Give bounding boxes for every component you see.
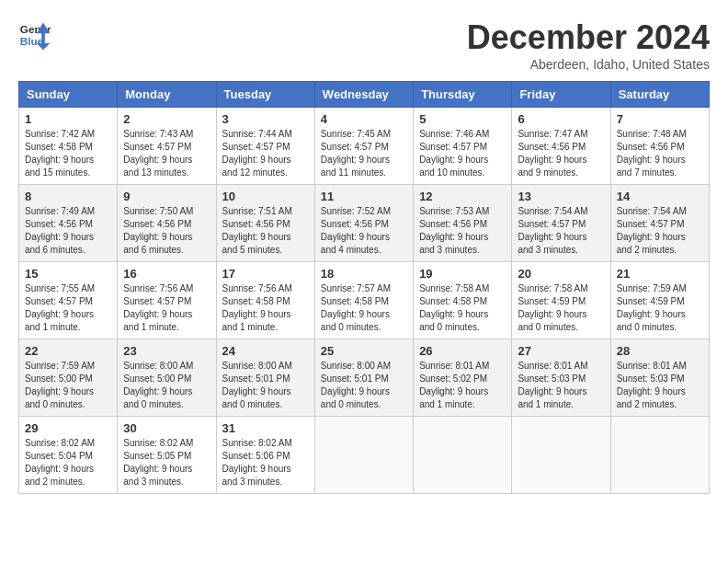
col-wednesday: Wednesday <box>314 82 413 108</box>
day-info: Sunrise: 7:59 AM Sunset: 5:00 PM Dayligh… <box>25 360 111 411</box>
day-info: Sunrise: 7:57 AM Sunset: 4:58 PM Dayligh… <box>321 282 407 334</box>
calendar-table: Sunday Monday Tuesday Wednesday Thursday… <box>18 81 710 494</box>
day-info: Sunrise: 7:43 AM Sunset: 4:57 PM Dayligh… <box>123 128 210 179</box>
week-row-5: 29 Sunrise: 8:02 AM Sunset: 5:04 PM Dayl… <box>19 417 710 494</box>
day-info: Sunrise: 7:45 AM Sunset: 4:57 PM Dayligh… <box>321 128 407 179</box>
day-number: 21 <box>617 267 703 281</box>
day-info: Sunrise: 7:55 AM Sunset: 4:57 PM Dayligh… <box>25 282 111 334</box>
day-info: Sunrise: 8:02 AM Sunset: 5:06 PM Dayligh… <box>222 437 309 488</box>
day-info: Sunrise: 7:59 AM Sunset: 4:59 PM Dayligh… <box>617 282 703 334</box>
day-number: 20 <box>518 267 604 281</box>
day-number: 18 <box>321 267 407 281</box>
day-number: 15 <box>25 267 111 281</box>
calendar-cell: 18 Sunrise: 7:57 AM Sunset: 4:58 PM Dayl… <box>314 262 413 339</box>
day-number: 12 <box>419 190 506 203</box>
day-info: Sunrise: 8:02 AM Sunset: 5:05 PM Dayligh… <box>123 437 210 488</box>
day-number: 19 <box>419 267 506 281</box>
day-number: 7 <box>617 112 703 126</box>
calendar-cell: 11 Sunrise: 7:52 AM Sunset: 4:56 PM Dayl… <box>314 185 413 262</box>
day-info: Sunrise: 7:47 AM Sunset: 4:56 PM Dayligh… <box>518 128 604 179</box>
day-info: Sunrise: 7:46 AM Sunset: 4:57 PM Dayligh… <box>419 128 506 179</box>
calendar-cell: 2 Sunrise: 7:43 AM Sunset: 4:57 PM Dayli… <box>118 108 216 185</box>
day-number: 11 <box>321 190 407 203</box>
day-info: Sunrise: 7:42 AM Sunset: 4:58 PM Dayligh… <box>25 128 111 179</box>
day-info: Sunrise: 7:48 AM Sunset: 4:56 PM Dayligh… <box>617 128 703 179</box>
calendar-cell: 12 Sunrise: 7:53 AM Sunset: 4:56 PM Dayl… <box>414 185 512 262</box>
page-title: December 2024 <box>467 18 710 57</box>
calendar-cell: 31 Sunrise: 8:02 AM Sunset: 5:06 PM Dayl… <box>216 417 314 494</box>
day-number: 17 <box>222 267 309 281</box>
calendar-cell: 14 Sunrise: 7:54 AM Sunset: 4:57 PM Dayl… <box>610 185 709 262</box>
day-number: 6 <box>518 112 604 126</box>
calendar-cell: 23 Sunrise: 8:00 AM Sunset: 5:00 PM Dayl… <box>118 339 216 417</box>
logo-icon: General Blue <box>18 18 51 52</box>
day-number: 2 <box>123 112 210 126</box>
week-row-4: 22 Sunrise: 7:59 AM Sunset: 5:00 PM Dayl… <box>19 339 710 417</box>
calendar-cell: 22 Sunrise: 7:59 AM Sunset: 5:00 PM Dayl… <box>19 339 118 417</box>
title-block: December 2024 Aberdeen, Idaho, United St… <box>467 18 710 72</box>
day-number: 28 <box>617 344 703 358</box>
day-info: Sunrise: 7:54 AM Sunset: 4:57 PM Dayligh… <box>617 205 703 257</box>
calendar-cell: 27 Sunrise: 8:01 AM Sunset: 5:03 PM Dayl… <box>512 339 610 417</box>
page-subtitle: Aberdeen, Idaho, United States <box>467 57 710 72</box>
col-sunday: Sunday <box>19 82 118 108</box>
calendar-cell: 9 Sunrise: 7:50 AM Sunset: 4:56 PM Dayli… <box>118 185 216 262</box>
day-info: Sunrise: 7:56 AM Sunset: 4:58 PM Dayligh… <box>222 282 309 334</box>
day-number: 3 <box>222 112 309 126</box>
calendar-cell: 13 Sunrise: 7:54 AM Sunset: 4:57 PM Dayl… <box>512 185 610 262</box>
day-number: 25 <box>321 344 407 358</box>
day-number: 24 <box>222 344 309 358</box>
page-header: General Blue December 2024 Aberdeen, Ida… <box>18 18 710 72</box>
day-info: Sunrise: 7:56 AM Sunset: 4:57 PM Dayligh… <box>123 282 210 334</box>
day-info: Sunrise: 8:01 AM Sunset: 5:02 PM Dayligh… <box>419 360 506 411</box>
day-number: 4 <box>321 112 407 126</box>
calendar-cell: 6 Sunrise: 7:47 AM Sunset: 4:56 PM Dayli… <box>512 108 610 185</box>
calendar-cell: 15 Sunrise: 7:55 AM Sunset: 4:57 PM Dayl… <box>19 262 118 339</box>
day-number: 16 <box>123 267 210 281</box>
day-info: Sunrise: 8:00 AM Sunset: 5:00 PM Dayligh… <box>123 360 210 411</box>
calendar-cell: 16 Sunrise: 7:56 AM Sunset: 4:57 PM Dayl… <box>118 262 216 339</box>
calendar-cell: 29 Sunrise: 8:02 AM Sunset: 5:04 PM Dayl… <box>19 417 118 494</box>
day-number: 23 <box>123 344 210 358</box>
day-info: Sunrise: 8:00 AM Sunset: 5:01 PM Dayligh… <box>321 360 407 411</box>
day-info: Sunrise: 8:01 AM Sunset: 5:03 PM Dayligh… <box>518 360 604 411</box>
calendar-cell: 25 Sunrise: 8:00 AM Sunset: 5:01 PM Dayl… <box>314 339 413 417</box>
calendar-cell <box>414 417 512 494</box>
calendar-cell: 8 Sunrise: 7:49 AM Sunset: 4:56 PM Dayli… <box>19 185 118 262</box>
day-number: 31 <box>222 421 309 435</box>
day-info: Sunrise: 8:02 AM Sunset: 5:04 PM Dayligh… <box>25 437 111 488</box>
logo: General Blue <box>18 18 51 52</box>
day-info: Sunrise: 7:49 AM Sunset: 4:56 PM Dayligh… <box>25 205 111 257</box>
day-info: Sunrise: 8:01 AM Sunset: 5:03 PM Dayligh… <box>617 360 703 411</box>
calendar-cell <box>610 417 709 494</box>
calendar-cell: 19 Sunrise: 7:58 AM Sunset: 4:58 PM Dayl… <box>414 262 512 339</box>
col-tuesday: Tuesday <box>216 82 314 108</box>
calendar-cell: 24 Sunrise: 8:00 AM Sunset: 5:01 PM Dayl… <box>216 339 314 417</box>
col-saturday: Saturday <box>610 82 709 108</box>
col-thursday: Thursday <box>414 82 512 108</box>
week-row-3: 15 Sunrise: 7:55 AM Sunset: 4:57 PM Dayl… <box>19 262 710 339</box>
day-number: 9 <box>123 190 210 203</box>
calendar-cell: 5 Sunrise: 7:46 AM Sunset: 4:57 PM Dayli… <box>414 108 512 185</box>
day-info: Sunrise: 7:52 AM Sunset: 4:56 PM Dayligh… <box>321 205 407 257</box>
day-number: 13 <box>518 190 604 203</box>
day-number: 8 <box>25 190 111 203</box>
day-number: 27 <box>518 344 604 358</box>
day-number: 30 <box>123 421 210 435</box>
week-row-2: 8 Sunrise: 7:49 AM Sunset: 4:56 PM Dayli… <box>19 185 710 262</box>
calendar-cell: 1 Sunrise: 7:42 AM Sunset: 4:58 PM Dayli… <box>19 108 118 185</box>
day-number: 1 <box>25 112 111 126</box>
day-info: Sunrise: 7:50 AM Sunset: 4:56 PM Dayligh… <box>123 205 210 257</box>
calendar-cell: 3 Sunrise: 7:44 AM Sunset: 4:57 PM Dayli… <box>216 108 314 185</box>
day-info: Sunrise: 7:54 AM Sunset: 4:57 PM Dayligh… <box>518 205 604 257</box>
day-number: 5 <box>419 112 506 126</box>
calendar-cell: 28 Sunrise: 8:01 AM Sunset: 5:03 PM Dayl… <box>610 339 709 417</box>
week-row-1: 1 Sunrise: 7:42 AM Sunset: 4:58 PM Dayli… <box>19 108 710 185</box>
col-monday: Monday <box>118 82 216 108</box>
day-info: Sunrise: 8:00 AM Sunset: 5:01 PM Dayligh… <box>222 360 309 411</box>
calendar-cell: 7 Sunrise: 7:48 AM Sunset: 4:56 PM Dayli… <box>610 108 709 185</box>
calendar-cell <box>314 417 413 494</box>
day-info: Sunrise: 7:53 AM Sunset: 4:56 PM Dayligh… <box>419 205 506 257</box>
calendar-cell: 4 Sunrise: 7:45 AM Sunset: 4:57 PM Dayli… <box>314 108 413 185</box>
calendar-cell: 20 Sunrise: 7:58 AM Sunset: 4:59 PM Dayl… <box>512 262 610 339</box>
